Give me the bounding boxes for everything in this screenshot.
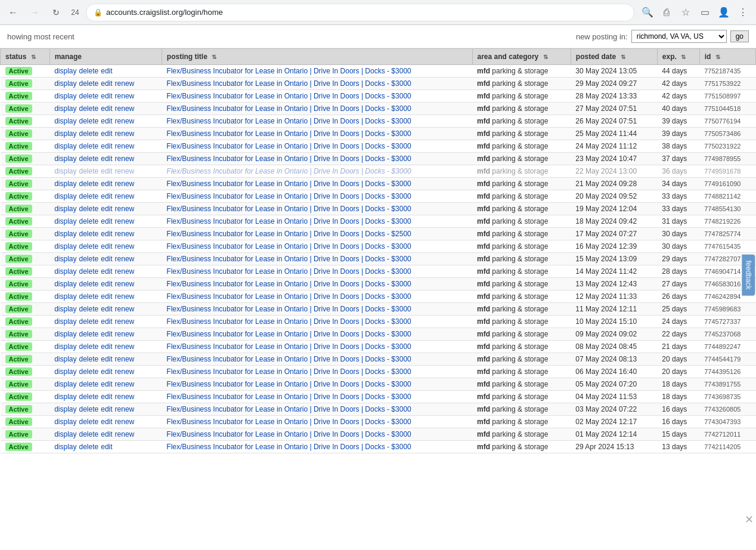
manage-display-link[interactable]: display xyxy=(54,367,76,376)
title-link[interactable]: Flex/Business Incubator for Lease in Ont… xyxy=(166,255,411,263)
manage-display-link[interactable]: display xyxy=(54,129,76,138)
manage-delete-link[interactable]: delete xyxy=(79,292,99,301)
title-link[interactable]: Flex/Business Incubator for Lease in Ont… xyxy=(166,380,411,388)
manage-display-link[interactable]: display xyxy=(54,317,76,326)
manage-edit-link[interactable]: edit xyxy=(101,342,112,351)
manage-edit-link[interactable]: edit xyxy=(101,79,112,88)
manage-edit-link[interactable]: edit xyxy=(101,167,112,175)
title-link[interactable]: Flex/Business Incubator for Lease in Ont… xyxy=(166,367,411,376)
manage-display-link[interactable]: display xyxy=(54,104,76,113)
manage-delete-link[interactable]: delete xyxy=(79,217,99,225)
col-exp[interactable]: exp. ⇅ xyxy=(657,49,699,65)
manage-renew-link[interactable]: renew xyxy=(115,330,135,338)
feedback-button[interactable]: feedback xyxy=(742,255,755,296)
manage-edit-link[interactable]: edit xyxy=(101,380,112,388)
manage-display-link[interactable]: display xyxy=(54,167,76,175)
manage-renew-link[interactable]: renew xyxy=(115,305,135,313)
manage-renew-link[interactable]: renew xyxy=(115,180,135,188)
title-link[interactable]: Flex/Business Incubator for Lease in Ont… xyxy=(166,418,411,426)
manage-renew-link[interactable]: renew xyxy=(115,430,135,438)
col-title[interactable]: posting title ⇅ xyxy=(162,49,472,65)
manage-renew-link[interactable]: renew xyxy=(115,205,135,213)
manage-renew-link[interactable]: renew xyxy=(115,79,135,88)
manage-renew-link[interactable]: renew xyxy=(115,242,135,251)
manage-edit-link[interactable]: edit xyxy=(101,67,112,75)
manage-delete-link[interactable]: delete xyxy=(79,418,99,426)
manage-delete-link[interactable]: delete xyxy=(79,342,99,351)
manage-renew-link[interactable]: renew xyxy=(115,267,135,276)
title-link[interactable]: Flex/Business Incubator for Lease in Ont… xyxy=(166,167,411,175)
manage-delete-link[interactable]: delete xyxy=(79,330,99,338)
manage-delete-link[interactable]: delete xyxy=(79,180,99,188)
manage-renew-link[interactable]: renew xyxy=(115,292,135,301)
manage-edit-link[interactable]: edit xyxy=(101,267,112,276)
manage-edit-link[interactable]: edit xyxy=(101,205,112,213)
manage-edit-link[interactable]: edit xyxy=(101,405,112,413)
manage-renew-link[interactable]: renew xyxy=(115,255,135,263)
manage-renew-link[interactable]: renew xyxy=(115,167,135,175)
title-link[interactable]: Flex/Business Incubator for Lease in Ont… xyxy=(166,217,411,225)
manage-edit-link[interactable]: edit xyxy=(101,180,112,188)
title-link[interactable]: Flex/Business Incubator for Lease in Ont… xyxy=(166,67,411,75)
manage-renew-link[interactable]: renew xyxy=(115,155,135,163)
title-link[interactable]: Flex/Business Incubator for Lease in Ont… xyxy=(166,405,411,413)
manage-display-link[interactable]: display xyxy=(54,217,76,225)
manage-delete-link[interactable]: delete xyxy=(79,280,99,288)
location-select[interactable]: richmond, VA VA, US xyxy=(631,30,727,43)
col-posted[interactable]: posted date ⇅ xyxy=(571,49,657,65)
col-id[interactable]: id ⇅ xyxy=(699,49,755,65)
profile-button[interactable]: 👤 xyxy=(715,4,732,21)
manage-display-link[interactable]: display xyxy=(54,280,76,288)
manage-delete-link[interactable]: delete xyxy=(79,92,99,100)
manage-delete-link[interactable]: delete xyxy=(79,242,99,251)
manage-delete-link[interactable]: delete xyxy=(79,443,99,451)
manage-renew-link[interactable]: renew xyxy=(115,92,135,100)
manage-delete-link[interactable]: delete xyxy=(79,305,99,313)
manage-display-link[interactable]: display xyxy=(54,292,76,301)
manage-edit-link[interactable]: edit xyxy=(101,317,112,326)
col-status[interactable]: status ⇅ xyxy=(1,49,50,65)
manage-edit-link[interactable]: edit xyxy=(101,280,112,288)
window-button[interactable]: ▭ xyxy=(696,4,713,21)
go-button[interactable]: go xyxy=(730,30,749,42)
manage-display-link[interactable]: display xyxy=(54,155,76,163)
manage-display-link[interactable]: display xyxy=(54,443,76,451)
manage-renew-link[interactable]: renew xyxy=(115,380,135,388)
manage-display-link[interactable]: display xyxy=(54,67,76,75)
manage-edit-link[interactable]: edit xyxy=(101,418,112,426)
manage-renew-link[interactable]: renew xyxy=(115,192,135,200)
col-area[interactable]: area and category ⇅ xyxy=(472,49,571,65)
title-link[interactable]: Flex/Business Incubator for Lease in Ont… xyxy=(166,104,411,113)
manage-delete-link[interactable]: delete xyxy=(79,192,99,200)
title-link[interactable]: Flex/Business Incubator for Lease in Ont… xyxy=(166,267,411,276)
title-link[interactable]: Flex/Business Incubator for Lease in Ont… xyxy=(166,79,411,88)
manage-edit-link[interactable]: edit xyxy=(101,230,112,238)
manage-delete-link[interactable]: delete xyxy=(79,393,99,401)
manage-delete-link[interactable]: delete xyxy=(79,267,99,276)
manage-edit-link[interactable]: edit xyxy=(101,92,112,100)
manage-display-link[interactable]: display xyxy=(54,405,76,413)
manage-renew-link[interactable]: renew xyxy=(115,355,135,363)
manage-display-link[interactable]: display xyxy=(54,430,76,438)
manage-display-link[interactable]: display xyxy=(54,418,76,426)
address-bar[interactable]: 🔒 accounts.craigslist.org/login/home xyxy=(86,4,634,21)
title-link[interactable]: Flex/Business Incubator for Lease in Ont… xyxy=(166,430,411,438)
manage-edit-link[interactable]: edit xyxy=(101,255,112,263)
manage-edit-link[interactable]: edit xyxy=(101,305,112,313)
manage-edit-link[interactable]: edit xyxy=(101,129,112,138)
manage-delete-link[interactable]: delete xyxy=(79,129,99,138)
manage-renew-link[interactable]: renew xyxy=(115,129,135,138)
title-link[interactable]: Flex/Business Incubator for Lease in Ont… xyxy=(166,342,411,351)
back-button[interactable]: ← xyxy=(5,4,21,21)
manage-delete-link[interactable]: delete xyxy=(79,155,99,163)
manage-edit-link[interactable]: edit xyxy=(101,393,112,401)
title-link[interactable]: Flex/Business Incubator for Lease in Ont… xyxy=(166,180,411,188)
title-link[interactable]: Flex/Business Incubator for Lease in Ont… xyxy=(166,280,411,288)
title-link[interactable]: Flex/Business Incubator for Lease in Ont… xyxy=(166,129,411,138)
manage-display-link[interactable]: display xyxy=(54,267,76,276)
manage-delete-link[interactable]: delete xyxy=(79,117,99,125)
title-link[interactable]: Flex/Business Incubator for Lease in Ont… xyxy=(166,393,411,401)
title-link[interactable]: Flex/Business Incubator for Lease in Ont… xyxy=(166,305,411,313)
title-link[interactable]: Flex/Business Incubator for Lease in Ont… xyxy=(166,317,411,326)
manage-edit-link[interactable]: edit xyxy=(101,430,112,438)
